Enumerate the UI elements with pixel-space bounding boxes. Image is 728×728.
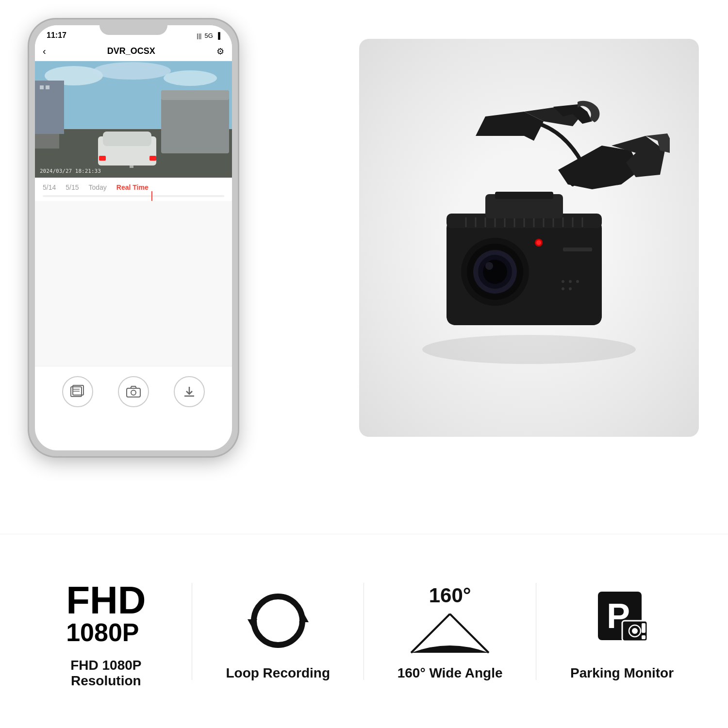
- parking-monitor-icon: P: [593, 589, 651, 652]
- fhd-text-block: FHD 1080P: [66, 581, 146, 645]
- fhd-label: FHD: [66, 581, 146, 620]
- camera-view: 2024/03/27 18:21:33: [35, 61, 232, 178]
- svg-point-2: [93, 62, 171, 80]
- svg-point-66: [632, 628, 638, 634]
- svg-point-49: [536, 240, 541, 245]
- back-button[interactable]: ‹: [43, 46, 46, 57]
- timeline-area: 5/14 5/15 Today Real Time: [35, 178, 232, 201]
- wide-angle-icon-area: 160°: [406, 582, 494, 660]
- svg-point-53: [576, 280, 579, 283]
- video-files-icon: [70, 385, 85, 398]
- svg-point-23: [131, 390, 136, 395]
- svg-rect-15: [99, 156, 106, 161]
- loop-recording-icon: [247, 589, 310, 652]
- dashcam-background: [359, 39, 699, 437]
- svg-point-47: [485, 262, 493, 270]
- app-bottom-icons: [35, 366, 232, 417]
- loop-icon-area: [247, 582, 310, 660]
- phone-inner: 11:17 ||| 5G ▐ ‹ DVR_OCSX ⚙: [35, 25, 232, 450]
- wide-angle-svg: [406, 609, 494, 658]
- svg-point-55: [569, 287, 572, 290]
- divider-2: [364, 583, 364, 680]
- camera-icon: [126, 385, 141, 398]
- svg-rect-10: [46, 85, 50, 89]
- signal-icon: |||: [197, 32, 201, 39]
- timeline-dates: 5/14 5/15 Today Real Time: [43, 183, 224, 191]
- phone-mockup: 11:17 ||| 5G ▐ ‹ DVR_OCSX ⚙: [29, 19, 238, 456]
- fhd-feature-label: FHD 1080P Resolution: [38, 658, 174, 689]
- svg-rect-57: [495, 192, 553, 199]
- feature-fhd: FHD 1080P FHD 1080P Resolution: [38, 574, 174, 689]
- timeline-date-today: Today: [89, 183, 107, 191]
- feature-parking: P Parking Monitor: [554, 582, 690, 681]
- parking-feature-label: Parking Monitor: [570, 665, 674, 681]
- svg-point-26: [422, 335, 636, 364]
- phone-outer: 11:17 ||| 5G ▐ ‹ DVR_OCSX ⚙: [29, 19, 238, 456]
- parking-icon-area: P: [593, 582, 651, 660]
- wide-angle-feature-label: 160° Wide Angle: [397, 665, 503, 681]
- timeline-bar[interactable]: [43, 195, 224, 197]
- svg-rect-14: [103, 132, 151, 146]
- features-section: FHD 1080P FHD 1080P Resolution Loop Reco…: [0, 534, 728, 728]
- svg-rect-68: [642, 635, 645, 639]
- top-section: 11:17 ||| 5G ▐ ‹ DVR_OCSX ⚙: [0, 0, 728, 534]
- svg-point-54: [562, 287, 564, 290]
- svg-point-51: [562, 280, 564, 283]
- network-type: 5G: [204, 32, 213, 39]
- dashcam-svg: [388, 97, 670, 379]
- download-button[interactable]: [174, 376, 205, 407]
- battery-icon: ▐: [216, 32, 220, 39]
- app-content-area: [35, 201, 232, 366]
- fhd-icon-area: FHD 1080P: [66, 574, 146, 652]
- svg-rect-50: [563, 248, 592, 251]
- feature-wide-angle: 160° 160° Wide Angle: [382, 582, 518, 681]
- svg-point-52: [569, 280, 572, 283]
- status-icons: ||| 5G ▐: [197, 32, 220, 39]
- download-icon: [182, 385, 196, 398]
- svg-point-3: [164, 70, 217, 86]
- video-files-button[interactable]: [62, 376, 93, 407]
- divider-1: [192, 583, 192, 680]
- divider-3: [536, 583, 536, 680]
- svg-rect-12: [161, 90, 229, 100]
- timeline-date-515: 5/15: [66, 183, 79, 191]
- svg-rect-16: [149, 156, 156, 161]
- camera-button[interactable]: [118, 376, 149, 407]
- feature-loop: Loop Recording: [210, 582, 346, 681]
- svg-rect-67: [642, 623, 645, 633]
- camera-scene-svg: 2024/03/27 18:21:33: [35, 61, 232, 178]
- svg-text:2024/03/27 18:21:33: 2024/03/27 18:21:33: [40, 168, 101, 174]
- timeline-indicator: [151, 191, 152, 201]
- app-title: DVR_OCSX: [107, 46, 155, 56]
- phone-notch: [99, 19, 167, 35]
- timeline-date-realtime[interactable]: Real Time: [116, 183, 149, 191]
- status-time: 11:17: [47, 31, 66, 40]
- svg-rect-9: [40, 85, 44, 89]
- angle-degree-label: 160°: [429, 584, 471, 607]
- loop-feature-label: Loop Recording: [226, 665, 330, 681]
- fhd-resolution: 1080P: [66, 620, 146, 645]
- dashcam-product: [359, 39, 699, 437]
- wide-angle-display: 160°: [406, 584, 494, 658]
- svg-rect-22: [127, 388, 140, 397]
- settings-button[interactable]: ⚙: [216, 46, 224, 57]
- app-header: ‹ DVR_OCSX ⚙: [35, 42, 232, 61]
- timeline-date-514: 5/14: [43, 183, 56, 191]
